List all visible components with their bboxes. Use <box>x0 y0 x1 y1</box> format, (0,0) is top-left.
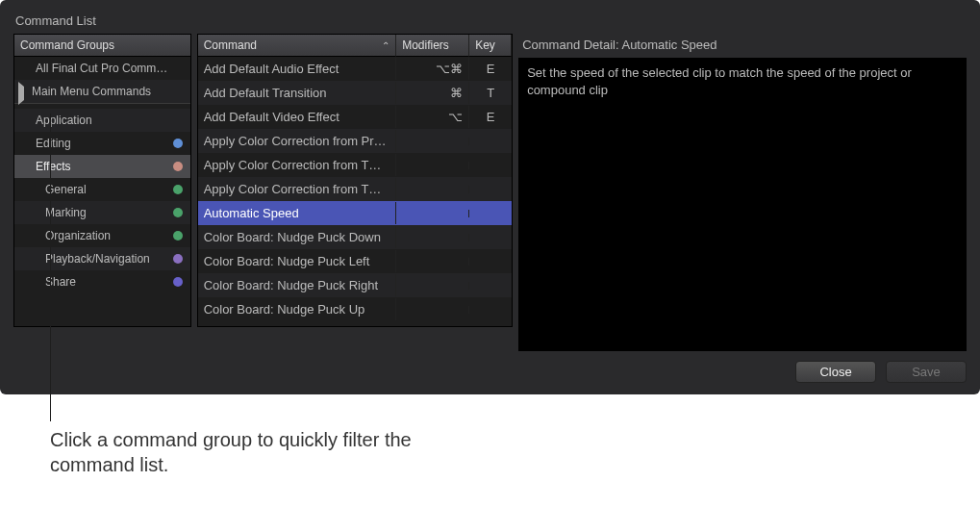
command-modifiers: ⌥⌘ <box>396 58 469 80</box>
command-row[interactable]: Color Board: Nudge Puck Up <box>198 297 513 321</box>
group-label: Effects <box>36 160 185 173</box>
command-key <box>469 210 512 217</box>
command-row[interactable]: Color Board: Nudge Puck Right <box>198 273 513 297</box>
color-dot-icon <box>173 208 183 217</box>
group-row[interactable]: All Final Cut Pro Comm… <box>14 57 190 80</box>
section-title: Command List <box>15 13 967 28</box>
callout-area: Click a command group to quickly filter … <box>0 394 980 477</box>
command-key: E <box>469 58 512 80</box>
detail-title-command: Automatic Speed <box>621 38 716 52</box>
callout-leader-line <box>50 114 51 421</box>
group-row[interactable]: Main Menu Commands <box>14 80 190 103</box>
command-name: Automatic Speed <box>198 202 397 224</box>
command-row[interactable]: Apply Color Correction from T… <box>198 153 513 177</box>
command-name: Add Default Transition <box>198 82 397 104</box>
color-dot-icon <box>173 162 183 171</box>
group-row[interactable]: Share <box>14 270 190 293</box>
commands-panel: Command ⌃ Modifiers Key Add Default Audi… <box>197 34 514 327</box>
command-key <box>469 234 512 241</box>
col-header-command-label: Command <box>204 38 257 52</box>
command-modifiers <box>396 210 469 217</box>
color-dot-icon <box>173 231 183 241</box>
command-groups-panel: Command Groups All Final Cut Pro Comm…Ma… <box>13 34 191 327</box>
columns: Command Groups All Final Cut Pro Comm…Ma… <box>13 34 967 351</box>
group-row[interactable]: Organization <box>14 224 190 247</box>
group-label: Playback/Navigation <box>45 252 185 266</box>
group-label: Editing <box>36 137 185 150</box>
group-row[interactable]: Effects <box>14 155 190 178</box>
command-modifiers: ⌘ <box>396 82 469 104</box>
group-label: General <box>45 183 185 196</box>
group-label: Marking <box>45 206 185 219</box>
command-name: Color Board: Nudge Puck Left <box>198 250 397 272</box>
col-header-modifiers[interactable]: Modifiers <box>396 35 469 57</box>
command-row[interactable]: Add Default Transition⌘T <box>198 81 513 105</box>
detail-title-prefix: Command Detail: <box>522 38 621 52</box>
command-key <box>469 282 512 290</box>
commands-body: Add Default Audio Effect⌥⌘EAdd Default T… <box>198 57 513 321</box>
detail-panel: Command Detail: Automatic Speed Set the … <box>518 34 967 351</box>
command-row[interactable]: Apply Color Correction from Pr… <box>198 129 513 153</box>
command-name: Apply Color Correction from T… <box>198 178 397 200</box>
save-button[interactable]: Save <box>886 361 967 383</box>
command-key <box>469 306 512 314</box>
command-modifiers <box>396 306 469 314</box>
group-row[interactable]: General <box>14 178 190 201</box>
command-key <box>469 186 512 193</box>
color-dot-icon <box>173 277 183 287</box>
group-label: All Final Cut Pro Comm… <box>36 62 185 75</box>
group-label: Share <box>45 275 185 289</box>
command-modifiers <box>396 234 469 241</box>
command-modifiers: ⌥ <box>396 106 469 128</box>
command-name: Apply Color Correction from Pr… <box>198 130 397 152</box>
detail-text: Set the speed of the selected clip to ma… <box>518 58 967 351</box>
command-row[interactable]: Apply Color Correction from T… <box>198 177 513 201</box>
group-label: Organization <box>45 229 185 242</box>
command-key <box>469 162 512 169</box>
group-row[interactable]: Playback/Navigation <box>14 247 190 270</box>
command-key: T <box>469 82 512 104</box>
group-row[interactable]: Application <box>14 109 190 132</box>
command-editor-window: Command List Command Groups All Final Cu… <box>0 0 980 394</box>
command-modifiers <box>396 258 469 266</box>
col-header-command[interactable]: Command ⌃ <box>198 35 397 57</box>
command-modifiers <box>396 282 469 290</box>
col-header-key[interactable]: Key <box>469 35 512 57</box>
command-modifiers <box>396 138 469 145</box>
command-name: Add Default Video Effect <box>198 106 397 128</box>
command-name: Color Board: Nudge Puck Right <box>198 274 397 296</box>
command-row[interactable]: Add Default Video Effect⌥E <box>198 105 513 129</box>
detail-title: Command Detail: Automatic Speed <box>522 38 967 52</box>
footer: Close Save <box>13 361 967 383</box>
group-row[interactable]: Editing <box>14 132 190 155</box>
color-dot-icon <box>173 139 183 148</box>
groups-body: All Final Cut Pro Comm…Main Menu Command… <box>14 57 190 293</box>
command-modifiers <box>396 186 469 193</box>
group-row[interactable]: Marking <box>14 201 190 224</box>
group-label: Application <box>36 114 185 127</box>
sort-ascending-icon: ⌃ <box>382 40 389 51</box>
command-modifiers <box>396 162 469 169</box>
command-name: Add Default Audio Effect <box>198 58 397 80</box>
command-row[interactable]: Add Default Audio Effect⌥⌘E <box>198 57 513 81</box>
command-row[interactable]: Color Board: Nudge Puck Down <box>198 225 513 249</box>
command-key: E <box>469 106 512 128</box>
group-label: Main Menu Commands <box>32 85 185 98</box>
commands-header-row: Command ⌃ Modifiers Key <box>198 35 513 57</box>
color-dot-icon <box>173 254 183 264</box>
close-button[interactable]: Close <box>795 361 876 383</box>
command-name: Color Board: Nudge Puck Down <box>198 226 397 248</box>
command-key <box>469 258 512 266</box>
groups-header[interactable]: Command Groups <box>14 35 190 57</box>
callout-text: Click a command group to quickly filter … <box>50 427 454 477</box>
command-row[interactable]: Color Board: Nudge Puck Left <box>198 249 513 273</box>
command-key <box>469 138 512 145</box>
command-name: Apply Color Correction from T… <box>198 154 397 176</box>
command-name: Color Board: Nudge Puck Up <box>198 298 397 320</box>
color-dot-icon <box>173 185 183 194</box>
disclosure-triangle-icon[interactable] <box>18 87 28 96</box>
command-row[interactable]: Automatic Speed <box>198 201 513 225</box>
